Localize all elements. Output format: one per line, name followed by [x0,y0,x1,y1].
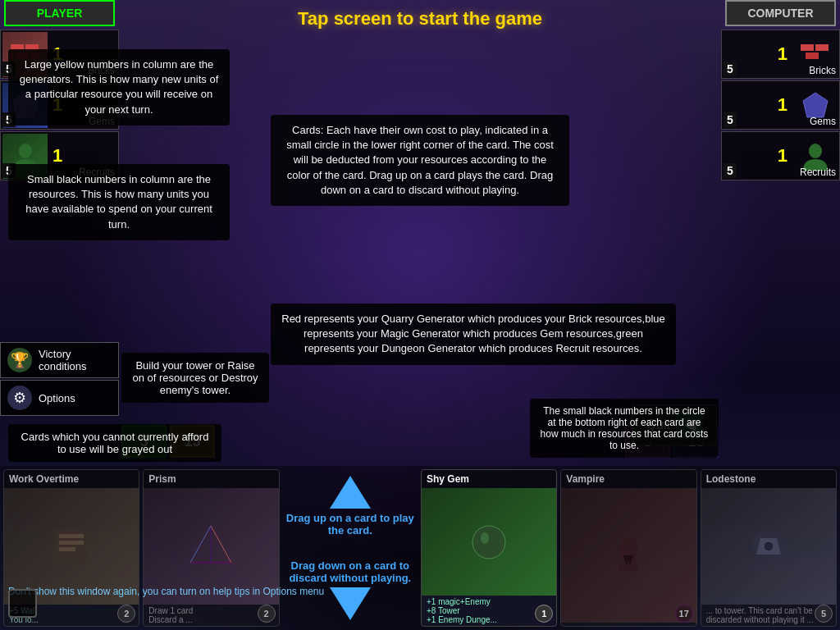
dont-show-text: Don't show this window again, you can tu… [8,586,324,597]
drag-arrows-card: Drag up on a card to play the card. Drag… [283,469,418,627]
right-gems-gen: 1 [778,96,788,114]
card-shy-gem[interactable]: Shy Gem +1 magic+Enemy+8 Tower+1 Enemy D… [421,469,557,627]
svg-point-21 [472,526,505,559]
generators-tooltip-text: Large yellow numbers in column are the g… [20,58,219,116]
computer-button[interactable]: COMPUTER [725,0,836,26]
card-lodestone[interactable]: Lodestone ... to tower. This card can't … [701,469,837,627]
svg-point-26 [764,541,774,551]
victory-icon: 🏆 [7,348,32,372]
svg-point-22 [481,532,489,544]
bottom-left-buttons: 🏆 Victory conditions ⚙ Options [0,340,119,416]
svg-marker-11 [803,93,828,117]
dont-show-tooltip: Don't show this window again, you can tu… [8,586,324,597]
right-gems-row: 1 5 Gems [721,80,840,130]
options-icon: ⚙ [7,386,32,410]
options-label: Options [39,392,75,404]
resources-tooltip-text: Small black numbers in column are the re… [25,173,212,231]
right-card-tooltip: The small black numbers in the circle at… [530,399,719,458]
resources-tooltip: Small black numbers in column are the re… [8,164,230,240]
drag-up-arrow-icon [330,476,371,509]
card-work-overtime-title: Work Overtime [4,470,139,488]
victory-label: Victory conditions [39,348,112,372]
cards-tooltip-text: Cards: Each have their own cost to play,… [286,124,554,196]
card-lodestone-image [701,488,836,605]
right-recruits-label: Recruits [800,167,836,178]
svg-point-7 [19,144,32,158]
right-bricks-gen: 1 [778,45,788,63]
right-gems-label: Gems [810,116,836,127]
player-button[interactable]: PLAYER [4,0,115,26]
card-shy-gem-title: Shy Gem [422,470,556,488]
card-prism-title: Prism [144,470,278,488]
right-gems-stock: 5 [724,112,737,127]
svg-line-20 [211,526,231,563]
drag-up-text: Drag up on a card to play the card. [283,512,418,536]
card-prism-cost: 2 [258,605,276,623]
svg-rect-9 [815,44,829,51]
svg-rect-10 [806,52,819,59]
tap-title: Tap screen to start the game [123,8,717,30]
victory-conditions-button[interactable]: 🏆 Victory conditions [0,342,119,378]
svg-rect-14 [59,534,84,538]
left-recruits-gen: 1 [52,147,62,165]
svg-line-19 [190,526,211,563]
drag-down-text: Drag down on a card to discard without p… [283,559,418,584]
card-vampire-cost: 17 [675,605,693,623]
build-tooltip-text: Build your tower or Raise on of resource… [132,359,258,396]
options-button[interactable]: ⚙ Options [0,380,119,416]
drag-up-area: Drag up on a card to play the card. [283,476,418,536]
grayed-tooltip: Cards which you cannot currently afford … [8,424,221,462]
right-panel: COMPUTER 1 5 Bricks 1 5 Gems 1 5 Recruit… [721,0,840,443]
svg-rect-16 [59,547,75,551]
colors-tooltip-text: Red represents your Quarry Generator whi… [281,313,665,354]
right-bricks-row: 1 5 Bricks [721,30,840,79]
center-top: Tap screen to start the game [123,8,717,30]
right-card-tooltip-text: The small black numbers in the circle at… [541,405,709,451]
svg-rect-15 [59,541,84,545]
card-lodestone-title: Lodestone [701,470,836,488]
cards-area: Work Overtime +5 WallYou lo... 2 Prism D… [0,466,840,630]
right-recruits-stock: 5 [724,163,737,178]
card-vampire-title: Vampire [561,470,696,488]
card-lodestone-cost: 5 [815,605,833,623]
cards-tooltip: Cards: Each have their own cost to play,… [271,115,569,206]
svg-rect-8 [801,44,814,51]
card-vampire-effect [561,623,696,626]
drag-down-arrow-icon [330,587,371,620]
card-vampire[interactable]: Vampire 17 [560,469,696,627]
right-bricks-label: Bricks [809,65,836,76]
right-recruits-gen: 1 [778,147,788,165]
right-bricks-stock: 5 [724,62,737,76]
build-tooltip: Build your tower or Raise on of resource… [121,353,269,403]
card-shy-gem-image [422,488,556,596]
card-prism[interactable]: Prism Draw 1 cardDiscard a ... 2 [143,469,279,627]
grayed-tooltip-text: Cards which you cannot currently afford … [21,431,209,455]
svg-point-12 [809,144,822,158]
right-recruits-row: 1 5 Recruits [721,131,840,180]
card-vampire-image [561,488,696,623]
colors-tooltip: Red represents your Quarry Generator whi… [271,304,676,365]
generators-tooltip: Large yellow numbers in column are the g… [8,49,230,126]
dont-show-checkbox[interactable] [8,589,37,618]
